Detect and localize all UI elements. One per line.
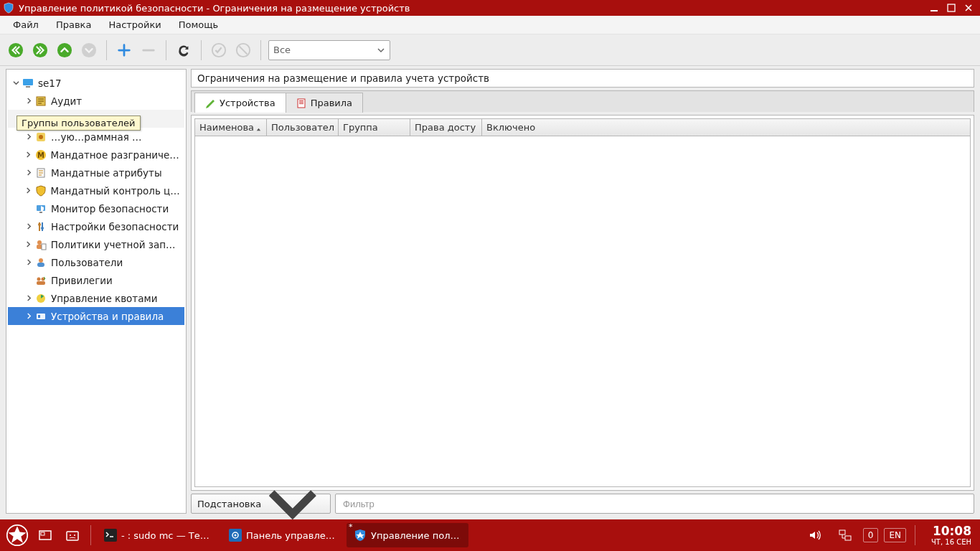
show-desktop-button[interactable] <box>33 523 57 547</box>
keyboard-layout[interactable]: EN <box>884 528 906 542</box>
maximize-button[interactable] <box>943 1 960 14</box>
tree-item-security-monitor[interactable]: Монитор безопасности <box>8 199 184 217</box>
start-button[interactable] <box>4 522 30 548</box>
menubar: Файл Правка Настройки Помощь <box>0 16 980 34</box>
tooltip-text: Группы пользователей <box>22 118 136 128</box>
svg-rect-29 <box>37 263 44 267</box>
minimize-button[interactable] <box>925 1 943 14</box>
navigation-tree[interactable]: se17 АудитГруппы…ую…раммная …MМандатное … <box>6 70 186 329</box>
nav-down-button <box>79 40 99 60</box>
twisty-collapsed-icon[interactable] <box>24 150 34 160</box>
column-header[interactable]: Права досту <box>410 119 482 136</box>
tree-item-users[interactable]: Пользователи <box>8 253 184 271</box>
tree-root-label: se17 <box>38 77 62 89</box>
filter-input[interactable] <box>341 498 968 510</box>
column-header[interactable]: Пользовател <box>267 119 339 136</box>
tree-item-label: Монитор безопасности <box>51 203 169 215</box>
tree-item-label: Мандатное разграничен… <box>51 149 182 161</box>
quota-icon <box>35 293 47 304</box>
svg-rect-20 <box>39 212 42 213</box>
svg-rect-35 <box>38 315 40 318</box>
mandatory-integrity-icon <box>35 185 47 197</box>
column-header[interactable]: Группа <box>339 119 410 136</box>
bottom-controls: Подстановка <box>191 494 974 514</box>
task-terminal[interactable]: - : sudo mc — Тер… <box>97 523 219 547</box>
svg-rect-37 <box>299 100 303 101</box>
tree-item-mandatory-integrity[interactable]: Мандатный контроль це… <box>8 182 184 199</box>
task-control-panel[interactable]: Панель управлен… <box>222 523 344 547</box>
rules-icon <box>296 98 306 108</box>
mandatory-access-icon: M <box>35 149 47 161</box>
taskbar-separator <box>915 525 915 545</box>
substitution-combo-value: Подстановка <box>197 499 261 509</box>
substitution-combo[interactable]: Подстановка <box>191 494 331 514</box>
refresh-button[interactable] <box>174 40 194 60</box>
twisty-collapsed-icon[interactable] <box>24 168 34 178</box>
workspace-indicator[interactable]: 0 <box>863 528 879 542</box>
table-body[interactable] <box>195 136 970 486</box>
task-label: Управление поли… <box>371 530 461 541</box>
tree-item-label: Привилегии <box>51 275 113 286</box>
menu-settings[interactable]: Настройки <box>100 17 169 32</box>
tree-item-security-settings[interactable]: Настройки безопасности <box>8 217 184 235</box>
file-manager-button[interactable] <box>60 523 85 547</box>
column-header[interactable]: Наименова <box>195 119 267 136</box>
volume-icon[interactable] <box>803 523 827 547</box>
svg-point-25 <box>37 240 42 245</box>
twisty-collapsed-icon[interactable] <box>24 258 34 268</box>
twisty-collapsed-icon[interactable] <box>24 222 34 232</box>
add-button[interactable] <box>114 40 134 60</box>
tree-item-mandatory-access[interactable]: MМандатное разграничен… <box>8 146 184 164</box>
tree-item-label: Мандатные атрибуты <box>51 167 162 179</box>
twisty-expanded-icon[interactable] <box>11 78 21 88</box>
tree-root[interactable]: se17 <box>8 74 184 92</box>
close-button[interactable] <box>960 1 977 14</box>
twisty-collapsed-icon[interactable] <box>24 132 34 142</box>
devices-rules-icon <box>35 311 47 322</box>
main-panel: Ограничения на размещение и правила учет… <box>191 69 974 514</box>
filter-combo[interactable]: Все <box>268 40 390 60</box>
taskbar: - : sudo mc — Тер… Панель управлен… * Уп… <box>0 519 980 551</box>
page-title: Ограничения на размещение и правила учет… <box>191 69 974 88</box>
svg-rect-27 <box>42 244 46 250</box>
tree-item-quota[interactable]: Управление квотами <box>8 289 184 307</box>
nav-up-button[interactable] <box>55 40 75 60</box>
computer-icon <box>22 77 34 89</box>
svg-rect-8 <box>23 79 33 85</box>
tree-item-audit[interactable]: Аудит <box>8 92 184 110</box>
menu-edit[interactable]: Правка <box>47 17 100 32</box>
clock-date: ЧТ, 16 СЕН <box>931 538 971 546</box>
tree-item-label: Аудит <box>51 95 82 107</box>
tab-label: Правила <box>311 98 352 108</box>
twisty-collapsed-icon[interactable] <box>24 240 34 250</box>
menu-file[interactable]: Файл <box>4 17 47 32</box>
taskbar-separator <box>90 525 91 545</box>
menu-help[interactable]: Помощь <box>170 17 227 32</box>
twisty-collapsed-icon[interactable] <box>24 186 34 196</box>
nav-back-all-button[interactable] <box>6 40 26 60</box>
chevron-down-icon <box>377 46 385 55</box>
svg-point-30 <box>37 277 41 281</box>
nav-forward-all-button[interactable] <box>30 40 50 60</box>
clock[interactable]: 10:08 ЧТ, 16 СЕН <box>931 524 971 546</box>
tree-item-mandatory-attrs[interactable]: Мандатные атрибуты <box>8 164 184 182</box>
task-security-policy[interactable]: * Управление поли… <box>347 523 468 547</box>
svg-rect-50 <box>839 530 845 534</box>
twisty-collapsed-icon[interactable] <box>24 293 34 303</box>
svg-point-44 <box>70 534 71 536</box>
twisty-collapsed-icon[interactable] <box>24 311 34 321</box>
tree-item-privileges[interactable]: Привилегии <box>8 271 184 289</box>
tree-item-account-policies[interactable]: Политики учетной записи <box>8 235 184 253</box>
filter-combo-value: Все <box>273 44 291 55</box>
svg-point-15 <box>39 135 43 139</box>
tab-rules[interactable]: Правила <box>286 93 363 113</box>
network-icon[interactable] <box>833 523 857 547</box>
mandatory-attrs-icon <box>35 167 47 179</box>
tab-devices[interactable]: Устройства <box>194 93 286 113</box>
task-label: - : sudo mc — Тер… <box>121 530 212 541</box>
column-header[interactable]: Включено <box>482 119 970 136</box>
tree-item-devices-rules[interactable]: Устройства и правила <box>8 307 184 325</box>
filter-input-wrapper[interactable] <box>335 494 974 514</box>
twisty-collapsed-icon[interactable] <box>24 96 34 106</box>
users-icon <box>35 257 47 268</box>
